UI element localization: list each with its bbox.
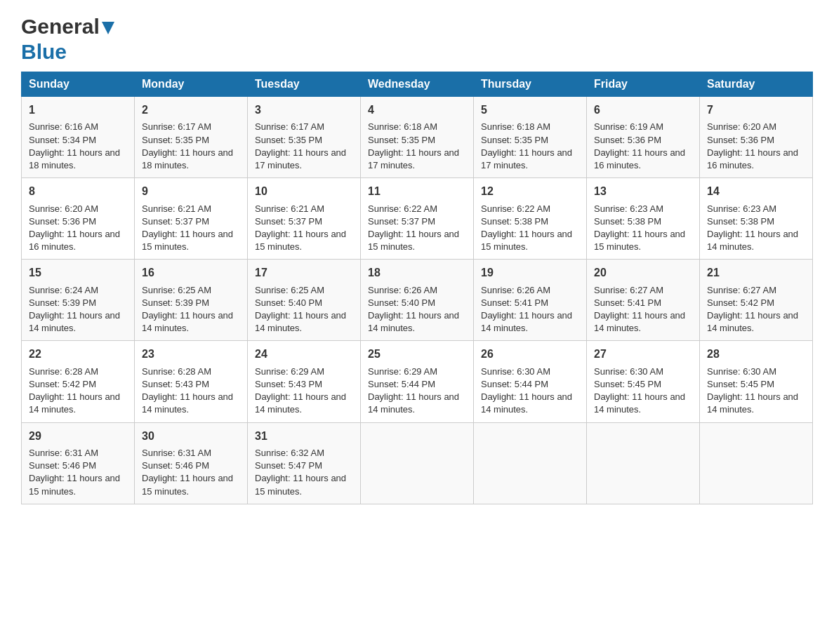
day-number: 6: [594, 102, 692, 118]
day-number: 20: [594, 265, 692, 281]
sunrise-label: Sunrise: 6:22 AM: [481, 203, 550, 214]
calendar-cell: 21 Sunrise: 6:27 AM Sunset: 5:42 PM Dayl…: [700, 260, 813, 341]
sunset-label: Sunset: 5:40 PM: [368, 297, 435, 308]
daylight-label: Daylight: 11 hours and 14 minutes.: [481, 391, 572, 415]
daylight-label: Daylight: 11 hours and 14 minutes.: [255, 391, 346, 415]
page-header: General Blue: [21, 14, 813, 65]
daylight-label: Daylight: 11 hours and 14 minutes.: [594, 391, 685, 415]
daylight-label: Daylight: 11 hours and 15 minutes.: [255, 473, 346, 496]
sunrise-label: Sunrise: 6:29 AM: [368, 366, 437, 377]
header-monday: Monday: [135, 72, 248, 97]
day-number: 8: [29, 184, 127, 199]
day-number: 17: [255, 265, 353, 281]
day-number: 30: [142, 429, 240, 444]
sunset-label: Sunset: 5:44 PM: [481, 379, 548, 389]
day-number: 22: [29, 347, 127, 362]
daylight-label: Daylight: 11 hours and 18 minutes.: [142, 147, 233, 170]
calendar-cell: 28 Sunrise: 6:30 AM Sunset: 5:45 PM Dayl…: [700, 341, 813, 422]
sunset-label: Sunset: 5:43 PM: [142, 379, 209, 389]
calendar-cell: 6 Sunrise: 6:19 AM Sunset: 5:36 PM Dayli…: [587, 97, 700, 178]
svg-marker-0: [102, 22, 114, 34]
sunrise-label: Sunrise: 6:20 AM: [707, 121, 776, 132]
logo: General Blue: [21, 14, 114, 65]
sunrise-label: Sunrise: 6:28 AM: [142, 366, 211, 377]
sunrise-label: Sunrise: 6:18 AM: [481, 121, 550, 132]
calendar-cell: 16 Sunrise: 6:25 AM Sunset: 5:39 PM Dayl…: [135, 260, 248, 341]
sunrise-label: Sunrise: 6:32 AM: [255, 448, 324, 458]
daylight-label: Daylight: 11 hours and 14 minutes.: [368, 310, 459, 333]
sunrise-label: Sunrise: 6:17 AM: [142, 121, 211, 132]
day-number: 10: [255, 184, 353, 199]
sunrise-label: Sunrise: 6:30 AM: [481, 366, 550, 377]
daylight-label: Daylight: 11 hours and 15 minutes.: [594, 229, 685, 252]
sunset-label: Sunset: 5:44 PM: [368, 379, 435, 389]
calendar-cell: 20 Sunrise: 6:27 AM Sunset: 5:41 PM Dayl…: [587, 260, 700, 341]
calendar-week-row: 22 Sunrise: 6:28 AM Sunset: 5:42 PM Dayl…: [22, 341, 813, 422]
calendar-cell: 23 Sunrise: 6:28 AM Sunset: 5:43 PM Dayl…: [135, 341, 248, 422]
calendar-header-row: SundayMondayTuesdayWednesdayThursdayFrid…: [22, 72, 813, 97]
header-tuesday: Tuesday: [248, 72, 361, 97]
calendar-week-row: 15 Sunrise: 6:24 AM Sunset: 5:39 PM Dayl…: [22, 260, 813, 341]
header-thursday: Thursday: [474, 72, 587, 97]
sunrise-label: Sunrise: 6:19 AM: [594, 121, 663, 132]
sunset-label: Sunset: 5:42 PM: [29, 379, 96, 389]
daylight-label: Daylight: 11 hours and 15 minutes.: [142, 229, 233, 252]
sunset-label: Sunset: 5:47 PM: [255, 460, 322, 471]
daylight-label: Daylight: 11 hours and 14 minutes.: [707, 229, 798, 252]
daylight-label: Daylight: 11 hours and 18 minutes.: [29, 147, 120, 170]
calendar-cell: 5 Sunrise: 6:18 AM Sunset: 5:35 PM Dayli…: [474, 97, 587, 178]
daylight-label: Daylight: 11 hours and 14 minutes.: [368, 391, 459, 415]
sunrise-label: Sunrise: 6:31 AM: [29, 448, 98, 458]
sunrise-label: Sunrise: 6:27 AM: [707, 285, 776, 295]
sunset-label: Sunset: 5:35 PM: [481, 135, 548, 145]
sunset-label: Sunset: 5:43 PM: [255, 379, 322, 389]
sunrise-label: Sunrise: 6:23 AM: [594, 203, 663, 214]
day-number: 25: [368, 347, 466, 362]
day-number: 5: [481, 102, 579, 118]
daylight-label: Daylight: 11 hours and 14 minutes.: [707, 310, 798, 333]
daylight-label: Daylight: 11 hours and 14 minutes.: [142, 310, 233, 333]
calendar-cell: 26 Sunrise: 6:30 AM Sunset: 5:44 PM Dayl…: [474, 341, 587, 422]
day-number: 1: [29, 102, 127, 118]
sunset-label: Sunset: 5:38 PM: [481, 216, 548, 227]
daylight-label: Daylight: 11 hours and 14 minutes.: [29, 310, 120, 333]
calendar-cell: [700, 422, 813, 504]
calendar-week-row: 29 Sunrise: 6:31 AM Sunset: 5:46 PM Dayl…: [22, 422, 813, 504]
daylight-label: Daylight: 11 hours and 17 minutes.: [368, 147, 459, 170]
sunrise-label: Sunrise: 6:31 AM: [142, 448, 211, 458]
day-number: 4: [368, 102, 466, 118]
sunset-label: Sunset: 5:37 PM: [255, 216, 322, 227]
daylight-label: Daylight: 11 hours and 14 minutes.: [142, 391, 233, 415]
sunset-label: Sunset: 5:36 PM: [594, 135, 661, 145]
sunset-label: Sunset: 5:35 PM: [368, 135, 435, 145]
calendar-cell: 27 Sunrise: 6:30 AM Sunset: 5:45 PM Dayl…: [587, 341, 700, 422]
daylight-label: Daylight: 11 hours and 14 minutes.: [707, 391, 798, 415]
calendar-cell: 3 Sunrise: 6:17 AM Sunset: 5:35 PM Dayli…: [248, 97, 361, 178]
sunset-label: Sunset: 5:38 PM: [707, 216, 774, 227]
calendar-cell: 10 Sunrise: 6:21 AM Sunset: 5:37 PM Dayl…: [248, 178, 361, 260]
daylight-label: Daylight: 11 hours and 15 minutes.: [142, 473, 233, 496]
day-number: 13: [594, 184, 692, 199]
daylight-label: Daylight: 11 hours and 14 minutes.: [481, 310, 572, 333]
calendar-cell: 13 Sunrise: 6:23 AM Sunset: 5:38 PM Dayl…: [587, 178, 700, 260]
calendar-cell: 4 Sunrise: 6:18 AM Sunset: 5:35 PM Dayli…: [361, 97, 474, 178]
sunset-label: Sunset: 5:46 PM: [142, 460, 209, 471]
sunset-label: Sunset: 5:40 PM: [255, 297, 322, 308]
calendar-cell: 24 Sunrise: 6:29 AM Sunset: 5:43 PM Dayl…: [248, 341, 361, 422]
daylight-label: Daylight: 11 hours and 14 minutes.: [255, 310, 346, 333]
sunset-label: Sunset: 5:41 PM: [594, 297, 661, 308]
daylight-label: Daylight: 11 hours and 15 minutes.: [255, 229, 346, 252]
sunset-label: Sunset: 5:37 PM: [142, 216, 209, 227]
day-number: 16: [142, 265, 240, 281]
calendar-cell: 14 Sunrise: 6:23 AM Sunset: 5:38 PM Dayl…: [700, 178, 813, 260]
calendar-cell: 2 Sunrise: 6:17 AM Sunset: 5:35 PM Dayli…: [135, 97, 248, 178]
calendar-cell: 9 Sunrise: 6:21 AM Sunset: 5:37 PM Dayli…: [135, 178, 248, 260]
calendar-cell: 19 Sunrise: 6:26 AM Sunset: 5:41 PM Dayl…: [474, 260, 587, 341]
calendar-cell: [361, 422, 474, 504]
sunset-label: Sunset: 5:42 PM: [707, 297, 774, 308]
day-number: 28: [707, 347, 805, 362]
calendar-cell: 22 Sunrise: 6:28 AM Sunset: 5:42 PM Dayl…: [22, 341, 135, 422]
day-number: 23: [142, 347, 240, 362]
calendar-cell: 30 Sunrise: 6:31 AM Sunset: 5:46 PM Dayl…: [135, 422, 248, 504]
calendar-cell: 12 Sunrise: 6:22 AM Sunset: 5:38 PM Dayl…: [474, 178, 587, 260]
